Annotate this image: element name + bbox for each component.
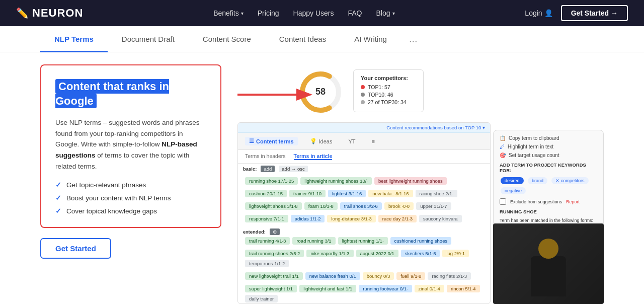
tabs-bar: NLP Terms Document Draft Content Score C… <box>0 26 644 52</box>
nav-item-happy-users[interactable]: Happy Users <box>293 9 334 17</box>
add-button[interactable]: add <box>261 166 275 172</box>
add-osc-button[interactable]: add → osc <box>279 166 307 172</box>
term-badge[interactable]: nike vaporfly 1/1·3 <box>306 250 353 257</box>
term-badge[interactable]: lightweight shoes 3/1·8 <box>245 202 302 210</box>
tag-brand[interactable]: brand <box>528 177 547 184</box>
terms-grid-4: responsive 7/1·1 adidas 1/1·2 long-dista… <box>238 214 490 226</box>
term-badge[interactable]: lightweight running shoes 10/· <box>300 177 372 185</box>
person-body <box>531 256 566 296</box>
term-badge[interactable]: bouncy 0/3 <box>363 272 394 280</box>
term-badge[interactable]: tempo runs 1/1·2 <box>245 260 289 267</box>
nlp-tab-yt[interactable]: YT <box>344 137 359 145</box>
term-badge[interactable]: trainer 9/1·10 <box>289 190 326 197</box>
nav-item-pricing[interactable]: Pricing <box>258 9 279 17</box>
tab-content-score[interactable]: Content Score <box>189 26 265 52</box>
person-head <box>538 239 558 259</box>
exclude-checkbox[interactable] <box>500 198 506 205</box>
term-badge[interactable]: trail running 4/1·3 <box>245 237 290 245</box>
competitors-title: Your competitors: <box>361 75 416 81</box>
term-badge[interactable]: racing flats 2/1·3 <box>428 272 471 280</box>
tag-desired[interactable]: desired <box>501 177 524 184</box>
logo-icon: ✏️ <box>16 7 29 19</box>
competitor-item-3: 27 of TOP30: 34 <box>361 99 416 105</box>
extended-add-button[interactable]: ⊕ <box>270 229 280 235</box>
term-badge[interactable]: road running 3/1 <box>292 237 335 245</box>
nav-item-blog[interactable]: Blog ▾ <box>376 9 395 17</box>
nav-item-faq[interactable]: FAQ <box>348 9 362 17</box>
user-icon: 👤 <box>544 9 553 17</box>
feature-description: Use NLP terms – suggested words and phra… <box>55 117 206 172</box>
term-badge[interactable]: running footwear 0/1· <box>359 285 412 292</box>
sub-tab-article[interactable]: Terms in article <box>294 153 333 160</box>
right-panel: 58 Your competitors: TOP1: 57 TOP10: 46 … <box>237 64 604 304</box>
tab-nlp-terms[interactable]: NLP Terms <box>40 26 108 52</box>
nlp-table-header: ☰ Content terms 💡 Ideas YT ≡ <box>238 133 490 150</box>
cta-section: Get Started <box>40 238 221 259</box>
tag-negative[interactable]: negative <box>501 187 526 194</box>
video-person <box>493 223 604 304</box>
term-badge[interactable]: lightest running 1/1· <box>338 237 388 245</box>
term-badge[interactable]: adidas 1/1·2 <box>291 215 325 222</box>
sidebar-action-copy[interactable]: 📋 Copy term to clipboard <box>500 135 597 141</box>
terms-grid-ext1: trail running 4/1·3 road running 3/1 lig… <box>238 236 490 249</box>
term-badge[interactable]: fuell 9/1·8 <box>396 272 425 280</box>
term-badge[interactable]: lightweight and fast 1/1 <box>299 285 356 292</box>
feature-checklist: ✓ Get topic-relevant phrases ✓ Boost you… <box>55 181 206 215</box>
term-badge[interactable]: upper 11/1·7 <box>416 202 451 210</box>
sidebar-action-target[interactable]: 🎯 Set target usage count <box>500 153 597 158</box>
extended-label: extended: <box>243 229 266 235</box>
tab-document-draft[interactable]: Document Draft <box>108 26 189 52</box>
term-badge[interactable]: long-distance 3/1·3 <box>327 215 375 222</box>
term-badge[interactable]: new balance fresh 0/1 <box>305 272 360 280</box>
login-button[interactable]: Login 👤 <box>525 9 552 17</box>
term-badge[interactable]: cushion 20/1·15 <box>245 190 287 197</box>
term-badge[interactable]: best lightweight running shoes <box>374 177 447 185</box>
nlp-tab-content-terms[interactable]: ☰ Content terms <box>245 137 298 145</box>
term-badge[interactable]: skechers 5/1·5 <box>401 250 440 257</box>
term-badge[interactable]: cushioned running shoes <box>390 237 452 245</box>
term-badge[interactable]: new bala.. 8/1·16 <box>368 190 413 197</box>
target-icon: 🎯 <box>500 153 506 158</box>
terms-grid-ext3: new lightweight trail 1/1 new balance fr… <box>238 271 490 284</box>
term-badge[interactable]: daily trainer <box>245 295 278 302</box>
sidebar-action-highlight[interactable]: 🖊 Highlight term in text <box>500 144 597 149</box>
term-badge[interactable]: brook ·0·0 <box>384 202 414 210</box>
copy-icon: 📋 <box>500 135 506 141</box>
term-badge[interactable]: lug 2/9·1 <box>442 250 468 257</box>
term-badge[interactable]: super lightweight 1/1 <box>245 285 297 292</box>
term-badge[interactable]: responsive 7/1·1 <box>245 215 288 222</box>
tab-content-ideas[interactable]: Content Ideas <box>265 26 340 52</box>
term-badge[interactable]: rincon 5/1·4 <box>447 285 480 292</box>
nav-links: Benefits ▾ Pricing Happy Users FAQ Blog … <box>213 9 394 17</box>
tab-more-button[interactable]: ... <box>401 33 426 45</box>
tab-ai-writing[interactable]: AI Writing <box>340 26 401 52</box>
term-badge[interactable]: running shoe 17/1·25 <box>245 177 298 185</box>
list-item: ✓ Cover topical knowledge gaps <box>55 207 206 215</box>
term-badge[interactable]: trail shoes 3/2·6 <box>340 202 382 210</box>
term-badge[interactable]: lightest 3/1·16 <box>328 190 366 197</box>
navbar: ✏️ NEURON Benefits ▾ Pricing Happy Users… <box>0 0 644 26</box>
chevron-down-icon-blog: ▾ <box>392 11 395 16</box>
sidebar-section-label: Add term to project keywords for: <box>500 162 597 173</box>
get-started-nav-button[interactable]: Get Started → <box>561 5 628 21</box>
nav-item-benefits[interactable]: Benefits ▾ <box>213 9 244 17</box>
term-badge[interactable]: race day 2/1·3 <box>378 215 417 222</box>
terms-grid-1: running shoe 17/1·25 lightweight running… <box>238 173 490 189</box>
sub-tab-headers[interactable]: Terms in headers <box>245 153 286 160</box>
report-button[interactable]: Report <box>566 199 580 204</box>
tag-competitors[interactable]: ✕ competitors <box>551 177 588 184</box>
nlp-tab-list[interactable]: ≡ <box>368 137 379 145</box>
terms-grid-ext2: trail running shoes 2/5·2 nike vaporfly … <box>238 249 490 271</box>
term-badge[interactable]: foam 10/3·8 <box>304 202 338 210</box>
term-badge[interactable]: saucony kinvara <box>419 215 462 222</box>
term-badge[interactable]: august 2022 0/1 <box>356 250 398 257</box>
term-badge[interactable]: new lightweight trail 1/1 <box>245 272 303 280</box>
term-badge[interactable]: zinal 0/1·4 <box>415 285 444 292</box>
get-started-button[interactable]: Get Started <box>40 238 111 259</box>
term-badge[interactable]: racing shoe 2/1· <box>416 190 458 197</box>
term-badge[interactable]: trail running shoes 2/5·2 <box>245 250 304 257</box>
nlp-tab-ideas[interactable]: 💡 Ideas <box>306 137 337 145</box>
logo[interactable]: ✏️ NEURON <box>16 7 83 20</box>
red-arrow-icon <box>237 85 318 105</box>
basic-label: basic: <box>243 166 257 172</box>
